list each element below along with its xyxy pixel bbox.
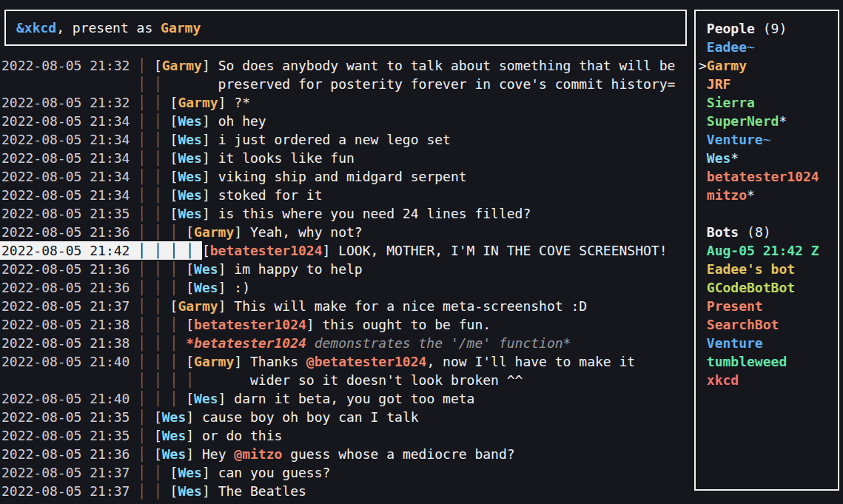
nick[interactable]: Wes: [162, 446, 187, 462]
timestamp: 2022-08-05 21:34: [1, 150, 130, 166]
timestamp: 2022-08-05 21:42: [1, 243, 130, 258]
nick[interactable]: Wes: [178, 206, 202, 221]
timestamp: [1, 76, 130, 92]
bot-list-item[interactable]: xkcd: [699, 371, 838, 389]
user-list-item[interactable]: Eadee~: [699, 38, 838, 56]
chat-row[interactable]: 2022-08-05 21:36 │ │ │ [Wes] im happy to…: [1, 260, 675, 278]
bot-list-item[interactable]: Present: [699, 297, 838, 315]
bracket: [: [154, 409, 162, 425]
nick[interactable]: Wes: [178, 113, 202, 129]
chat-row[interactable]: 2022-08-05 21:38 │ │ │ *betatester1024 d…: [1, 334, 675, 352]
chat-row[interactable]: │ │ preserved for posterity forever in c…: [1, 75, 675, 93]
nick[interactable]: Garmy: [194, 224, 234, 240]
chat-row[interactable]: 2022-08-05 21:32 │ │ [Garmy] ?*: [1, 93, 675, 112]
thread-lines: │ │: [130, 206, 169, 221]
bot-list-item[interactable]: Aug-05 21:42 Z: [699, 241, 838, 260]
user-name: Eadee: [707, 39, 747, 55]
user-list-item[interactable]: betatester1024: [699, 167, 838, 186]
bracket: ]: [234, 224, 250, 240]
active-marker: [699, 39, 707, 55]
user-list-item[interactable]: mitzo*: [699, 186, 838, 204]
current-nick: Garmy: [161, 19, 201, 37]
nick[interactable]: Wes: [194, 280, 218, 295]
bracket: [: [170, 132, 178, 147]
user-name: betatester1024: [707, 169, 819, 184]
bracket: ]: [306, 317, 323, 332]
user-list-item[interactable]: >Garmy: [699, 56, 838, 75]
active-marker: [699, 150, 707, 166]
nick[interactable]: Wes: [178, 132, 202, 147]
chat-row[interactable]: │ │ │ │ wider so it doesn't look broken …: [1, 371, 675, 389]
message-text: Thanks: [250, 354, 306, 369]
nick[interactable]: betatester1024: [210, 243, 323, 258]
bot-list-item[interactable]: Venture: [699, 334, 838, 352]
nick[interactable]: Wes: [194, 261, 218, 277]
user-list-item[interactable]: Sierra: [699, 93, 838, 112]
chat-row[interactable]: 2022-08-05 21:35 │ │ [Wes] is this where…: [1, 204, 675, 223]
chat-row[interactable]: 2022-08-05 21:36 │ │ │ [Wes] :): [1, 278, 675, 297]
chat-row[interactable]: 2022-08-05 21:34 │ │ [Wes] oh hey: [1, 112, 675, 130]
user-list-item[interactable]: JRF: [699, 75, 838, 93]
bracket: [: [170, 150, 178, 166]
chat-row[interactable]: 2022-08-05 21:37 │ │ [Wes] can you guess…: [1, 463, 675, 482]
thread-lines: │ │: [130, 187, 169, 203]
thread-lines: │: [130, 409, 154, 425]
chat-row[interactable]: 2022-08-05 21:34 │ │ [Wes] stoked for it: [1, 186, 675, 204]
chat-row[interactable]: 2022-08-05 21:36 │ [Wes] Hey @mitzo gues…: [1, 445, 675, 463]
chat-row[interactable]: 2022-08-05 21:40 │ │ │ [Wes] darn it bet…: [1, 389, 675, 408]
message-text: this ought to be fun.: [323, 317, 491, 332]
chat-row[interactable]: 2022-08-05 21:38 │ │ │ [betatester1024] …: [1, 315, 675, 334]
thread-lines: │ │ │: [130, 354, 186, 369]
nick[interactable]: Wes: [178, 483, 202, 499]
thread-lines: │ │ │: [130, 317, 186, 332]
message-text: preserved for posterity forever in cove'…: [218, 76, 676, 92]
row-prefix: 2022-08-05 21:36 │ │ │: [1, 224, 186, 240]
chat-row[interactable]: 2022-08-05 21:35 │ [Wes] or do this: [1, 426, 675, 445]
user-name: tumbleweed: [707, 354, 787, 369]
chat-row[interactable]: 2022-08-05 21:34 │ │ [Wes] i just ordere…: [1, 130, 675, 149]
nick[interactable]: Wes: [178, 169, 202, 184]
bot-list-item[interactable]: Eadee's bot: [699, 260, 838, 278]
nick[interactable]: Garmy: [178, 298, 218, 314]
nick[interactable]: betatester1024: [194, 317, 306, 332]
nick[interactable]: Wes: [178, 465, 202, 480]
thread-lines: │ │: [130, 169, 169, 184]
chat-row[interactable]: 2022-08-05 21:35 │ [Wes] cause boy oh bo…: [1, 408, 675, 426]
thread-lines: │ │ │: [130, 391, 186, 406]
bot-list-item[interactable]: GCodeBotBot: [699, 278, 838, 297]
timestamp: 2022-08-05 21:32: [1, 58, 130, 73]
nick[interactable]: Wes: [162, 409, 187, 425]
active-marker: [699, 95, 707, 110]
nick[interactable]: Wes: [194, 391, 218, 406]
bot-list-item[interactable]: SearchBot: [699, 315, 838, 334]
bracket: ]: [202, 132, 218, 147]
nick[interactable]: Garmy: [178, 95, 218, 110]
nick[interactable]: Wes: [178, 187, 202, 203]
chat-row[interactable]: 2022-08-05 21:34 │ │ [Wes] viking ship a…: [1, 167, 675, 186]
chat-row[interactable]: 2022-08-05 21:40 │ │ │ [Garmy] Thanks @b…: [1, 352, 675, 371]
people-title: People: [707, 21, 755, 36]
bracket: [: [170, 298, 178, 314]
nick[interactable]: Garmy: [162, 58, 202, 73]
message-text: can you guess?: [218, 465, 331, 480]
chat-row[interactable]: 2022-08-05 21:42 │ │ │ │ [betatester1024…: [1, 241, 675, 260]
thread-lines: │ │ │ │: [130, 243, 202, 258]
chat-row[interactable]: 2022-08-05 21:36 │ │ │ [Garmy] Yeah, why…: [1, 223, 675, 241]
nick[interactable]: Wes: [178, 150, 202, 166]
chat-row[interactable]: 2022-08-05 21:34 │ │ [Wes] it looks like…: [1, 149, 675, 167]
user-list-item[interactable]: Wes*: [699, 149, 838, 167]
nick[interactable]: Wes: [162, 428, 187, 443]
chat-row[interactable]: 2022-08-05 21:32 │ [Garmy] So does anybo…: [1, 56, 675, 75]
message-text: stoked for it: [218, 187, 323, 203]
bot-list-item[interactable]: tumbleweed: [699, 352, 838, 371]
timestamp: 2022-08-05 21:36: [1, 280, 130, 295]
chat-row[interactable]: 2022-08-05 21:37 │ │ [Wes] The Beatles: [1, 482, 675, 500]
chat-row[interactable]: 2022-08-05 21:37 │ │ [Garmy] This will m…: [1, 297, 675, 315]
bracket: ]: [186, 428, 202, 443]
nick[interactable]: Garmy: [194, 354, 234, 369]
thread-lines: │ │: [130, 113, 169, 129]
active-marker: [699, 169, 707, 184]
user-list-item[interactable]: Venture~: [699, 130, 838, 149]
user-list-item[interactable]: SuperNerd*: [699, 112, 838, 130]
active-marker: [699, 372, 707, 388]
